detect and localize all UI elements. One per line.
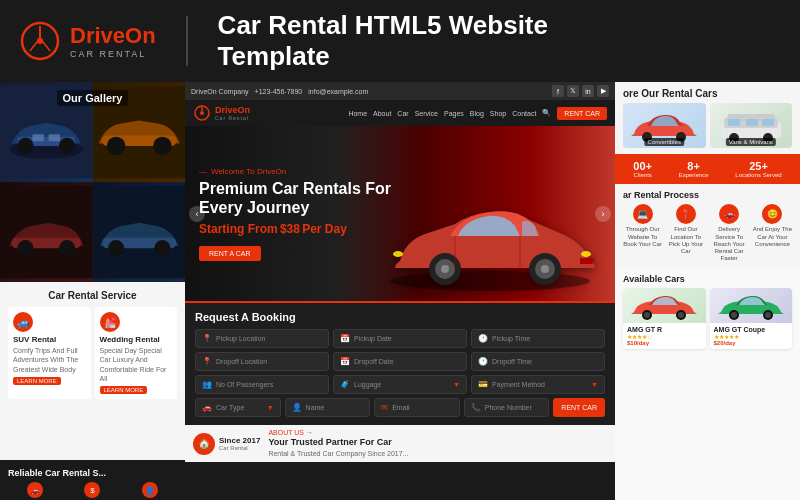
rent-car-btn[interactable]: RENT CAR xyxy=(557,107,607,120)
booking-title: Request A Booking xyxy=(195,311,605,323)
service-learn-btn-1[interactable]: LEARN MORE xyxy=(13,377,61,385)
svg-point-17 xyxy=(59,240,75,256)
facebook-icon[interactable]: f xyxy=(552,85,564,97)
pickup-date-field[interactable]: 📅 Pickup Date xyxy=(333,329,467,348)
booking-row-4: 🚗 Car Type ▼ 👤 Name ✉ Email 📞 Phone Numb… xyxy=(195,398,605,417)
cartype-field[interactable]: 🚗 Car Type ▼ xyxy=(195,398,281,417)
hero-prev-btn[interactable]: ‹ xyxy=(189,206,205,222)
main-content: Our Gallery xyxy=(0,82,800,500)
gallery-cell-4 xyxy=(93,182,186,282)
reliable-items: 🚗 Wide Vehicle Selection $ Affordable Ra… xyxy=(8,482,177,500)
available-grid: AMG GT R ★★★★☆ $10/day xyxy=(623,288,792,349)
svg-point-16 xyxy=(17,240,33,256)
nav-search-icon[interactable]: 🔍 xyxy=(542,109,551,117)
process-icon-2: 📍 xyxy=(676,204,696,224)
reliable-section: Reliable Car Rental S... 🚗 Wide Vehicle … xyxy=(0,460,185,500)
svg-point-50 xyxy=(765,312,771,318)
stats-section: 00+ Clients 8+ Experience 25+ Locations … xyxy=(615,154,800,184)
nav-pages[interactable]: Pages xyxy=(444,110,464,117)
nav-shop[interactable]: Shop xyxy=(490,110,506,117)
header-title: Car Rental HTML5 Website Template xyxy=(218,10,548,72)
nav-service[interactable]: Service xyxy=(415,110,438,117)
available-car-price-2: $20/day xyxy=(714,340,789,346)
social-icons: f 𝕏 in ▶ xyxy=(552,85,609,97)
reliable-title: Reliable Car Rental S... xyxy=(8,468,177,478)
phone-text: +123-456-7890 xyxy=(255,88,303,95)
youtube-icon[interactable]: ▶ xyxy=(597,85,609,97)
passengers-field[interactable]: 👥 No Of Passengers xyxy=(195,375,329,394)
nav-about[interactable]: About xyxy=(373,110,391,117)
reliable-item-3: 👤 Custo... xyxy=(123,482,177,500)
bottom-logo-icon: 🏠 xyxy=(193,433,215,455)
phone-field[interactable]: 📞 Phone Number xyxy=(464,398,550,417)
nav-home[interactable]: Home xyxy=(348,110,367,117)
name-field[interactable]: 👤 Name xyxy=(285,398,371,417)
email-icon: ✉ xyxy=(381,403,388,412)
car-thumb-2[interactable]: Vans & Minivans xyxy=(710,103,793,148)
stat-clients-number: 00+ xyxy=(633,160,652,172)
instagram-icon[interactable]: in xyxy=(582,85,594,97)
svg-point-7 xyxy=(59,138,75,154)
available-title: Available Cars xyxy=(623,274,792,284)
dropoff-date-field[interactable]: 📅 Dropoff Date xyxy=(333,352,467,371)
car-thumbnails: Convertibles xyxy=(623,103,792,148)
available-cars-section: Available Cars xyxy=(615,268,800,500)
dropoff-location-field[interactable]: 📍 Dropoff Location xyxy=(195,352,329,371)
process-icon-3: 🚗 xyxy=(719,204,739,224)
twitter-icon[interactable]: 𝕏 xyxy=(567,85,579,97)
left-panel: Our Gallery xyxy=(0,82,185,500)
email-text: info@example.com xyxy=(308,88,368,95)
email-field[interactable]: ✉ Email xyxy=(374,398,460,417)
nav-car[interactable]: Car xyxy=(397,110,408,117)
svg-rect-39 xyxy=(746,119,758,126)
hero-cta-btn[interactable]: RENT A CAR xyxy=(199,246,261,261)
gallery-title: Our Gallery xyxy=(57,90,129,106)
service-learn-btn-2[interactable]: LEARN MORE xyxy=(100,386,148,394)
available-car-name-2: AMG GT Coupe xyxy=(714,326,789,333)
gallery-img-3 xyxy=(0,182,93,282)
available-car-1[interactable]: AMG GT R ★★★★☆ $10/day xyxy=(623,288,706,349)
process-text-2: Find Our Location To Pick Up Your Car xyxy=(666,226,705,255)
pickup-location-field[interactable]: 📍 Pickup Location xyxy=(195,329,329,348)
hero-heading: Premium Car Rentals For Every Journey xyxy=(199,179,391,217)
about-section-label: ABOUT US → xyxy=(268,429,607,436)
company-text: DriveOn Company xyxy=(191,88,249,95)
hero-next-btn[interactable]: › xyxy=(595,206,611,222)
car-thumb-label-2: Vans & Minivans xyxy=(726,138,776,146)
vehicle-icon: 🚗 xyxy=(27,482,43,498)
service-card-wedding: 💒 Wedding Rental Special Day Special Car… xyxy=(95,307,178,398)
available-car-img-2 xyxy=(710,288,793,323)
site-header: DriveOn Car Rental Home About Car Servic… xyxy=(185,100,615,126)
svg-point-6 xyxy=(17,138,33,154)
payment-icon: 💳 xyxy=(478,380,488,389)
svg-point-21 xyxy=(154,240,170,256)
dropoff-time-field[interactable]: 🕐 Dropoff Time xyxy=(471,352,605,371)
stat-experience-number: 8+ xyxy=(679,160,709,172)
since-label: Since 2017 xyxy=(219,436,260,445)
nav-blog[interactable]: Blog xyxy=(470,110,484,117)
payment-field[interactable]: 💳 Payment Method ▼ xyxy=(471,375,605,394)
luggage-field[interactable]: 🧳 Luggage ▼ xyxy=(333,375,467,394)
logo-brand: DriveOn xyxy=(70,23,156,49)
center-panel: DriveOn Company +123-456-7890 info@examp… xyxy=(185,82,615,500)
logo-area: DriveOn CAR RENTAL xyxy=(20,21,156,61)
nav-contact[interactable]: Contact xyxy=(512,110,536,117)
stat-experience: 8+ Experience xyxy=(679,160,709,178)
site-nav: Home About Car Service Pages Blog Shop C… xyxy=(348,107,607,120)
about-text: ABOUT US → Your Trusted Partner For Car … xyxy=(268,429,607,458)
bottom-sub-label: Car Rental xyxy=(219,445,260,451)
site-logo: DriveOn Car Rental xyxy=(193,104,250,122)
available-car-2[interactable]: AMG GT Coupe ★★★★★ $20/day xyxy=(710,288,793,349)
gallery-grid xyxy=(0,82,185,282)
process-text-1: Through Our Website To Book Your Car xyxy=(623,226,662,248)
booking-row-3: 👥 No Of Passengers 🧳 Luggage ▼ 💳 Payment… xyxy=(195,375,605,394)
pickup-time-field[interactable]: 🕐 Pickup Time xyxy=(471,329,605,348)
rental-cars-title: ore Our Rental Cars xyxy=(623,88,792,99)
location-icon: 📍 xyxy=(202,334,212,343)
svg-point-46 xyxy=(678,312,684,318)
hero-welcome: Welcome To DriveOn xyxy=(199,167,391,176)
car-thumb-1[interactable]: Convertibles xyxy=(623,103,706,148)
booking-rent-btn[interactable]: RENT CAR xyxy=(553,398,605,417)
svg-rect-9 xyxy=(49,135,61,142)
price-icon: $ xyxy=(84,482,100,498)
